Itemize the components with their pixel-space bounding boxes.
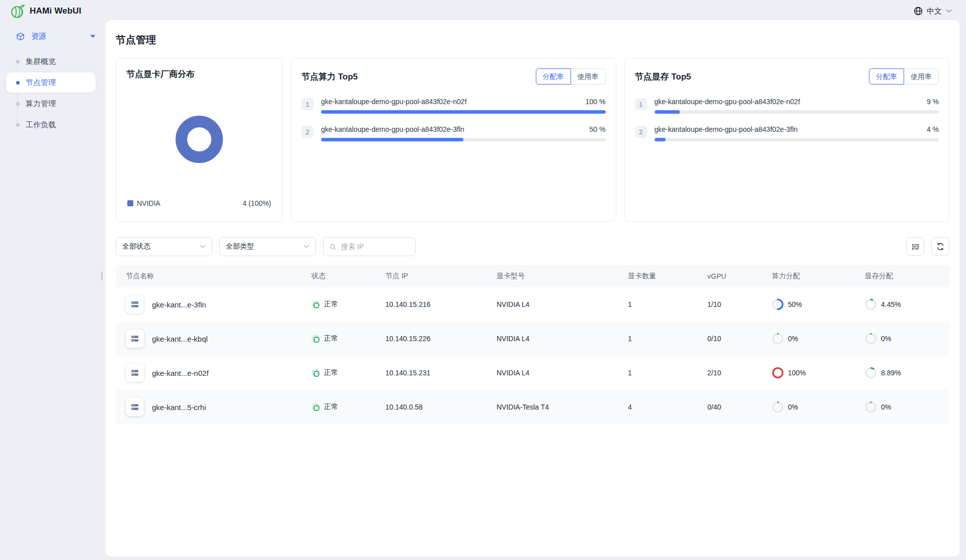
gpu-model: NVIDIA L4 bbox=[497, 335, 628, 343]
compute-ring-icon bbox=[772, 401, 784, 413]
status-text: 正常 bbox=[324, 403, 338, 412]
node-name: gke-kantaloupe-demo-gpu-pool-a843f02e-3f… bbox=[655, 125, 798, 133]
col-compute-alloc: 算力分配 bbox=[772, 272, 865, 281]
panel-resize-handle[interactable] bbox=[101, 272, 103, 280]
compute-card-title: 节点算力 Top5 bbox=[301, 71, 358, 83]
node-ip: 10.140.0.58 bbox=[385, 403, 497, 411]
summary-cards: 节点显卡厂商分布 NVIDIA 4 (100%) 节点算力 Top5 分配率 使… bbox=[116, 58, 949, 222]
table-row[interactable]: gke-kant...e-3fln 正常 10.140.15.216 NVIDI… bbox=[116, 287, 949, 322]
column-settings-icon bbox=[911, 243, 920, 251]
status-ok-icon bbox=[311, 403, 319, 411]
column-settings-button[interactable] bbox=[906, 237, 924, 256]
compute-ring-icon bbox=[772, 367, 784, 379]
bullet-icon bbox=[16, 123, 20, 127]
legend-item-nvidia[interactable]: NVIDIA 4 (100%) bbox=[126, 198, 272, 211]
sidebar-item-node-management[interactable]: 节点管理 bbox=[6, 72, 96, 93]
status-text: 正常 bbox=[324, 300, 338, 309]
node-percent: 9 % bbox=[927, 98, 939, 106]
bullet-icon bbox=[16, 81, 20, 85]
search-icon bbox=[330, 243, 336, 251]
top5-item: 1 gke-kantaloupe-demo-gpu-pool-a843f02e-… bbox=[635, 98, 939, 114]
sidebar-item-label: 算力管理 bbox=[26, 99, 56, 109]
node-percent: 4 % bbox=[927, 125, 939, 133]
compute-percent: 100% bbox=[788, 369, 806, 377]
allocation-rate-tab[interactable]: 分配率 bbox=[869, 68, 904, 85]
ip-search-input[interactable] bbox=[340, 242, 409, 251]
rank-badge: 1 bbox=[301, 98, 313, 110]
legend-label: NVIDIA bbox=[137, 199, 160, 207]
status-text: 正常 bbox=[324, 368, 338, 377]
filters-row: 全部状态 全部类型 bbox=[116, 237, 949, 256]
table-row[interactable]: gke-kant...e-n02f 正常 10.140.15.231 NVIDI… bbox=[116, 356, 949, 390]
sidebar-section-resources[interactable]: 资源 bbox=[0, 26, 106, 46]
compute-ring-icon bbox=[772, 333, 784, 345]
memory-ring-icon bbox=[865, 367, 877, 379]
page-title: 节点管理 bbox=[116, 33, 949, 47]
gpu-count: 4 bbox=[628, 403, 707, 411]
legend-value: 4 (100%) bbox=[243, 199, 271, 207]
gpu-count: 1 bbox=[628, 300, 707, 308]
rank-badge: 2 bbox=[635, 126, 647, 138]
brand: HAMi WebUI bbox=[10, 4, 82, 19]
usage-rate-tab[interactable]: 使用率 bbox=[571, 68, 606, 85]
legend-swatch bbox=[127, 200, 133, 206]
compute-ring-icon bbox=[772, 298, 784, 310]
compute-percent: 0% bbox=[788, 335, 798, 343]
sidebar: 资源 集群概览 节点管理 算力管理 工作负载 bbox=[0, 26, 106, 136]
top5-item: 2 gke-kantaloupe-demo-gpu-pool-a843f02e-… bbox=[635, 125, 939, 141]
memory-percent: 0% bbox=[881, 403, 891, 411]
table-row[interactable]: gke-kant...5-crhi 正常 10.140.0.58 NVIDIA-… bbox=[116, 390, 949, 424]
sidebar-item-workloads[interactable]: 工作负载 bbox=[6, 115, 96, 135]
node-name: gke-kantaloupe-demo-gpu-pool-a843f02e-n0… bbox=[321, 98, 467, 106]
node-icon-box bbox=[126, 364, 144, 382]
vendor-card-title: 节点显卡厂商分布 bbox=[126, 68, 272, 80]
memory-card-title: 节点显存 Top5 bbox=[635, 71, 691, 83]
memory-percent: 0% bbox=[881, 335, 891, 343]
vgpu-ratio: 0/40 bbox=[707, 403, 772, 411]
server-icon bbox=[130, 334, 139, 343]
vgpu-ratio: 0/10 bbox=[707, 335, 772, 343]
compute-top5-card: 节点算力 Top5 分配率 使用率 1 gke-kantaloupe-demo-… bbox=[291, 58, 616, 222]
node-name: gke-kant...e-3fln bbox=[152, 300, 206, 309]
allocation-rate-tab[interactable]: 分配率 bbox=[536, 68, 571, 85]
vgpu-ratio: 1/10 bbox=[707, 300, 772, 308]
sidebar-item-compute-management[interactable]: 算力管理 bbox=[6, 94, 96, 114]
memory-ring-icon bbox=[865, 401, 877, 413]
top5-item: 2 gke-kantaloupe-demo-gpu-pool-a843f02e-… bbox=[301, 125, 606, 141]
gpu-count: 1 bbox=[628, 335, 707, 343]
node-ip: 10.140.15.231 bbox=[385, 369, 497, 377]
server-icon bbox=[130, 403, 139, 412]
language-label: 中文 bbox=[927, 7, 942, 16]
type-filter-select[interactable]: 全部类型 bbox=[219, 237, 316, 256]
language-selector[interactable]: 中文 bbox=[914, 7, 952, 16]
refresh-button[interactable] bbox=[931, 237, 949, 256]
vendor-donut-chart bbox=[126, 80, 272, 198]
compute-rate-toggle: 分配率 使用率 bbox=[536, 68, 606, 85]
sidebar-item-label: 工作负载 bbox=[26, 120, 56, 130]
bullet-icon bbox=[16, 102, 20, 106]
node-name: gke-kant...5-crhi bbox=[152, 403, 206, 412]
progress-bar bbox=[321, 110, 606, 114]
col-status: 状态 bbox=[311, 272, 385, 281]
node-ip: 10.140.15.216 bbox=[385, 300, 497, 308]
sidebar-item-cluster-overview[interactable]: 集群概览 bbox=[6, 51, 96, 71]
donut-ring bbox=[176, 116, 223, 163]
compute-percent: 0% bbox=[788, 403, 798, 411]
memory-ring-icon bbox=[865, 298, 877, 310]
node-percent: 100 % bbox=[586, 98, 606, 106]
node-name: gke-kantaloupe-demo-gpu-pool-a843f02e-n0… bbox=[655, 98, 800, 106]
sidebar-item-label: 节点管理 bbox=[26, 78, 56, 88]
compute-percent: 50% bbox=[788, 300, 802, 308]
node-icon-box bbox=[126, 330, 144, 348]
rank-badge: 1 bbox=[635, 98, 647, 110]
col-gpu-count: 显卡数量 bbox=[628, 272, 707, 281]
table-row[interactable]: gke-kant...e-kbql 正常 10.140.15.226 NVIDI… bbox=[116, 322, 949, 356]
progress-bar bbox=[655, 138, 939, 141]
status-filter-select[interactable]: 全部状态 bbox=[116, 237, 212, 256]
globe-icon bbox=[914, 7, 923, 16]
gpu-model: NVIDIA L4 bbox=[497, 369, 628, 377]
progress-bar bbox=[321, 138, 606, 141]
usage-rate-tab[interactable]: 使用率 bbox=[904, 68, 939, 85]
server-icon bbox=[130, 368, 139, 377]
table-header: 节点名称 状态 节点 IP 显卡型号 显卡数量 vGPU 算力分配 显存分配 bbox=[116, 265, 949, 287]
